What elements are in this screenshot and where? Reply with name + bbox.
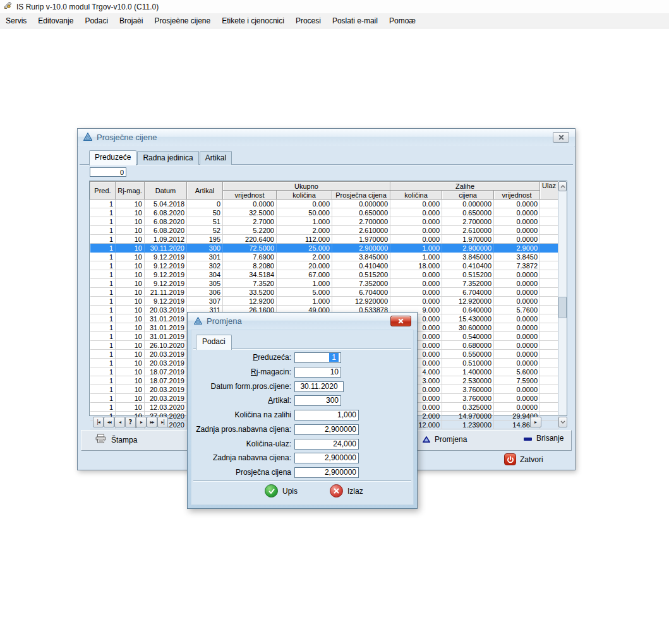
grid-cell[interactable] <box>540 288 558 297</box>
group-header-zalihe[interactable]: Zalihe <box>390 182 540 191</box>
grid-cell[interactable] <box>540 235 558 244</box>
grid-cell[interactable]: 10 <box>116 226 145 235</box>
col-header-ulaz[interactable]: Ulaz <box>540 182 558 200</box>
menu-item-prosjeene-cijene[interactable]: Prosjeène cijene <box>148 15 216 27</box>
col-header-datum[interactable]: Datum <box>145 182 187 200</box>
grid-row[interactable]: 1106.08.2020512.70001.0002.7000000.0002.… <box>90 217 558 226</box>
grid-cell[interactable]: 12.920000 <box>332 297 390 306</box>
grid-cell[interactable]: 18.07.2019 <box>145 367 187 376</box>
grid-cell[interactable]: 1 <box>90 235 116 244</box>
tab-radna-jedinica[interactable]: Radna jedinica <box>137 151 198 165</box>
grid-cell[interactable]: 0.0000 <box>223 200 277 208</box>
grid-cell[interactable]: 5.04.2018 <box>145 200 187 208</box>
col-header-ukupno-vrijednost[interactable]: vrijednost <box>223 191 277 200</box>
grid-cell[interactable]: 1 <box>90 288 116 297</box>
grid-cell[interactable] <box>540 314 558 323</box>
grid-cell[interactable]: 0.0000 <box>494 297 540 306</box>
grid-cell[interactable]: 0.650000 <box>442 208 494 217</box>
grid-cell[interactable]: 304 <box>187 270 223 279</box>
grid-cell[interactable]: 50 <box>187 208 223 217</box>
grid-cell[interactable]: 0.325000 <box>442 403 494 412</box>
grid-cell[interactable]: 0.0000 <box>494 235 540 244</box>
grid-cell[interactable]: 0.0000 <box>494 314 540 323</box>
col-header-rjmag[interactable]: Rj-mag. <box>116 182 145 200</box>
grid-cell[interactable]: 1.000 <box>277 297 332 306</box>
grid-cell[interactable]: 0.650000 <box>332 208 390 217</box>
grid-cell[interactable]: 20.03.2019 <box>145 306 187 314</box>
menu-item-procesi[interactable]: Procesi <box>290 15 327 27</box>
nav-help-button[interactable]: ? <box>125 417 136 427</box>
grid-cell[interactable]: 1 <box>90 341 116 350</box>
grid-cell[interactable]: 1.000 <box>277 217 332 226</box>
grid-cell[interactable]: 0.000 <box>390 217 442 226</box>
grid-cell[interactable]: 20.03.2019 <box>145 350 187 359</box>
grid-cell[interactable]: 0.515200 <box>332 270 390 279</box>
grid-cell[interactable]: 2.7000 <box>223 217 277 226</box>
grid-row[interactable]: 1106.08.2020525.22002.0002.6100000.0002.… <box>90 226 558 235</box>
grid-cell[interactable]: 2.9000 <box>494 244 540 253</box>
grid-cell[interactable]: 0.000000 <box>332 200 390 208</box>
grid-cell[interactable]: 20.000 <box>277 261 332 270</box>
grid-cell[interactable]: 9.12.2019 <box>145 279 187 288</box>
grid-cell[interactable]: 1.400000 <box>442 367 494 376</box>
grid-cell[interactable]: 9.12.2019 <box>145 270 187 279</box>
grid-cell[interactable]: 10 <box>116 253 145 261</box>
grid-cell[interactable] <box>540 306 558 314</box>
grid-cell[interactable]: 34.5184 <box>223 270 277 279</box>
grid-cell[interactable]: 10 <box>116 270 145 279</box>
grid-cell[interactable]: 5.6000 <box>494 367 540 376</box>
grid-cell[interactable]: 10 <box>116 208 145 217</box>
field-input-kolicina-na-zalihi[interactable]: 1,000 <box>294 410 359 420</box>
grid-cell[interactable]: 10 <box>116 403 145 412</box>
grid-cell[interactable] <box>540 367 558 376</box>
grid-cell[interactable]: 1 <box>90 367 116 376</box>
grid-cell[interactable]: 26.10.2020 <box>145 341 187 350</box>
grid-cell[interactable]: 32.5000 <box>223 208 277 217</box>
scroll-thumb[interactable] <box>558 297 567 318</box>
grid-cell[interactable]: 1 <box>90 323 116 332</box>
grid-cell[interactable]: 10 <box>116 323 145 332</box>
grid-cell[interactable]: 10 <box>116 367 145 376</box>
grid-cell[interactable]: 72.5000 <box>223 244 277 253</box>
dialog-titlebar[interactable]: Promjena <box>188 313 417 330</box>
tab-artikal[interactable]: Artikal <box>200 151 232 165</box>
grid-cell[interactable]: 0.510000 <box>442 359 494 367</box>
grid-cell[interactable]: 10 <box>116 350 145 359</box>
grid-cell[interactable] <box>540 226 558 235</box>
grid-cell[interactable]: 1 <box>90 314 116 323</box>
grid-cell[interactable] <box>540 270 558 279</box>
grid-row[interactable]: 11021.11.201930633.52005.0006.7040000.00… <box>90 288 558 297</box>
grid-cell[interactable]: 6.08.2020 <box>145 208 187 217</box>
grid-cell[interactable] <box>540 200 558 208</box>
grid-cell[interactable]: 31.01.2019 <box>145 314 187 323</box>
field-input-zadnja-nabavna-cijena[interactable]: 2,900000 <box>294 453 359 463</box>
grid-cell[interactable]: 10 <box>116 297 145 306</box>
grid-row[interactable]: 1109.12.20193028.208020.0000.41040018.00… <box>90 261 558 270</box>
grid-cell[interactable] <box>540 412 558 420</box>
menu-item-etikete-i-cjenocnici[interactable]: Etikete i cjenocnici <box>216 15 290 27</box>
grid-cell[interactable]: 0.0000 <box>494 323 540 332</box>
grid-cell[interactable]: 0.410400 <box>442 261 494 270</box>
grid-cell[interactable]: 50.000 <box>277 208 332 217</box>
grid-cell[interactable]: 2.530000 <box>442 376 494 385</box>
nav-last-button[interactable]: ▸| <box>157 417 168 427</box>
grid-cell[interactable]: 2.000 <box>277 226 332 235</box>
promjena-button[interactable]: Promjena <box>423 434 467 445</box>
grid-cell[interactable]: 1 <box>90 385 116 394</box>
upis-button[interactable]: Upis <box>265 484 298 498</box>
col-header-ukupno-kolicina[interactable]: količina <box>277 191 332 200</box>
grid-cell[interactable]: 7.5900 <box>494 376 540 385</box>
nav-first-button[interactable]: |◂ <box>93 417 104 427</box>
grid-cell[interactable]: 0.000 <box>390 200 442 208</box>
grid-cell[interactable]: 2.610000 <box>332 226 390 235</box>
grid-cell[interactable]: 10 <box>116 200 145 208</box>
grid-cell[interactable]: 2.700000 <box>442 217 494 226</box>
grid-row[interactable]: 1105.04.201800.00000.0000.0000000.0000.0… <box>90 200 558 208</box>
grid-cell[interactable]: 21.11.2019 <box>145 288 187 297</box>
grid-cell[interactable]: 5.7600 <box>494 306 540 314</box>
grid-cell[interactable]: 2.000 <box>277 253 332 261</box>
grid-row[interactable]: 1106.08.20205032.500050.0000.6500000.000… <box>90 208 558 217</box>
col-header-zalihe-cijena[interactable]: cijena <box>442 191 494 200</box>
grid-cell[interactable] <box>540 208 558 217</box>
window-titlebar[interactable]: Prosječne cijene <box>78 129 575 146</box>
